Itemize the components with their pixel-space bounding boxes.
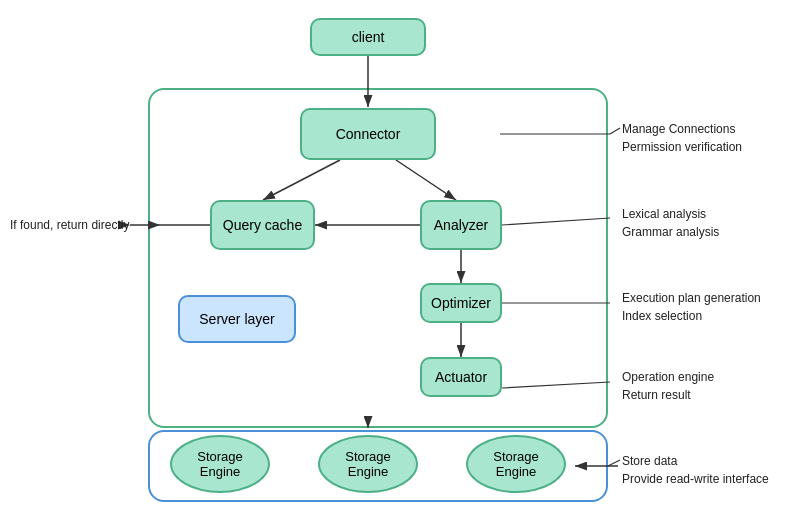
optimizer-annotation: Execution plan generationIndex selection <box>622 289 761 325</box>
analyzer-label: Analyzer <box>434 217 488 233</box>
server-layer-box: Server layer <box>178 295 296 343</box>
actuator-box: Actuator <box>420 357 502 397</box>
client-label: client <box>352 29 385 45</box>
svg-line-12 <box>610 128 620 134</box>
analyzer-annotation: Lexical analysisGrammar analysis <box>622 205 719 241</box>
storage-engine-1-label: Storage Engine <box>197 449 243 479</box>
storage-engine-3-box: Storage Engine <box>466 435 566 493</box>
connector-label: Connector <box>336 126 401 142</box>
svg-line-16 <box>608 460 620 466</box>
storage-engine-2-box: Storage Engine <box>318 435 418 493</box>
optimizer-label: Optimizer <box>431 295 491 311</box>
actuator-annotation: Operation engineReturn result <box>622 368 714 404</box>
cache-annotation: If found, return directly <box>10 216 129 234</box>
query-cache-label: Query cache <box>223 217 302 233</box>
connector-box: Connector <box>300 108 436 160</box>
connector-annotation: Manage ConnectionsPermission verificatio… <box>622 120 742 156</box>
optimizer-box: Optimizer <box>420 283 502 323</box>
client-box: client <box>310 18 426 56</box>
actuator-label: Actuator <box>435 369 487 385</box>
diagram: client Connector Query cache Analyzer Op… <box>0 0 800 514</box>
query-cache-box: Query cache <box>210 200 315 250</box>
storage-engine-2-label: Storage Engine <box>345 449 391 479</box>
analyzer-box: Analyzer <box>420 200 502 250</box>
storage-annotation: Store dataProvide read-write interface <box>622 452 769 488</box>
storage-engine-3-label: Storage Engine <box>493 449 539 479</box>
server-layer-label: Server layer <box>199 311 274 327</box>
storage-engine-1-box: Storage Engine <box>170 435 270 493</box>
